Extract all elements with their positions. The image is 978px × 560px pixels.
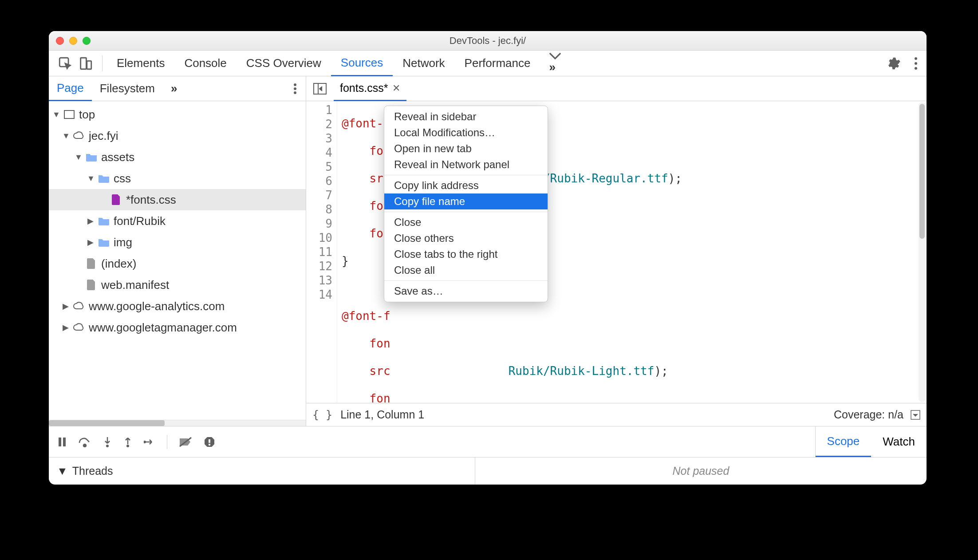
toggle-navigator-icon[interactable]: [306, 83, 334, 95]
editor-tab-fontscss[interactable]: fonts.css* ✕: [334, 77, 406, 101]
svg-point-3: [915, 57, 917, 60]
document-file-icon: [85, 280, 98, 290]
line-gutter: 1234567891011121314: [306, 101, 337, 403]
pretty-print-icon[interactable]: { }: [312, 408, 332, 421]
folder-icon: [98, 173, 110, 184]
titlebar: DevTools - jec.fyi/: [49, 31, 927, 51]
disclosure-down-icon: ▼: [57, 465, 68, 477]
file-tree: ▼ top ▼ jec.fyi ▼ assets ▼ css: [49, 101, 306, 420]
deactivate-breakpoints-icon[interactable]: [179, 437, 192, 447]
navigator-sidebar: Page Filesystem » ▼ top ▼ jec.fyi: [49, 76, 306, 426]
threads-section[interactable]: ▼ Threads: [49, 457, 475, 485]
ctx-separator: [384, 175, 548, 175]
tree-label: top: [79, 108, 95, 122]
ctx-close-all[interactable]: Close all: [384, 262, 548, 278]
ctx-open-new-tab[interactable]: Open in new tab: [384, 141, 548, 157]
ctx-copy-file-name[interactable]: Copy file name: [384, 193, 548, 209]
tree-domain-gtm[interactable]: ▶ www.googletagmanager.com: [49, 317, 306, 338]
svg-rect-1: [81, 58, 87, 69]
ctx-local-modifications[interactable]: Local Modifications…: [384, 125, 548, 141]
editor-vertical-scrollbar[interactable]: [919, 102, 926, 402]
svg-rect-14: [63, 438, 66, 446]
svg-rect-22: [209, 444, 210, 446]
tab-network[interactable]: Network: [393, 51, 454, 76]
pause-on-exceptions-icon[interactable]: [204, 436, 215, 448]
step-over-icon[interactable]: [78, 437, 91, 447]
navigator-tabs: Page Filesystem »: [49, 76, 306, 101]
settings-gear-icon[interactable]: [887, 56, 901, 71]
navigator-tab-filesystem[interactable]: Filesystem: [92, 76, 163, 101]
window-title: DevTools - jec.fyi/: [49, 35, 927, 47]
cloud-icon: [73, 322, 85, 333]
more-tabs-icon[interactable]: »: [540, 52, 570, 74]
coverage-status: Coverage: n/a: [834, 408, 903, 421]
debugger-tab-watch[interactable]: Watch: [871, 426, 927, 457]
ctx-close-others[interactable]: Close others: [384, 230, 548, 246]
tab-css-overview[interactable]: CSS Overview: [237, 51, 331, 76]
pause-icon[interactable]: [58, 437, 67, 447]
close-tab-icon[interactable]: ✕: [392, 83, 400, 94]
tab-sources[interactable]: Sources: [331, 51, 393, 76]
debugger-toolbar: Scope Watch: [49, 426, 927, 457]
navigator-kebab-icon[interactable]: [284, 83, 306, 95]
ctx-reveal-sidebar[interactable]: Reveal in sidebar: [384, 109, 548, 125]
cloud-icon: [73, 130, 85, 141]
document-file-icon: [85, 258, 98, 269]
tab-performance[interactable]: Performance: [455, 51, 540, 76]
disclosure-down-icon: ▼: [52, 110, 59, 119]
content-area: Page Filesystem » ▼ top ▼ jec.fyi: [49, 76, 927, 426]
navigator-tab-page[interactable]: Page: [49, 77, 92, 101]
svg-point-17: [126, 445, 129, 447]
tree-file-webmanifest[interactable]: web.manifest: [49, 274, 306, 296]
tree-label: assets: [101, 150, 134, 164]
sidebar-horizontal-scrollbar[interactable]: [49, 420, 306, 426]
disclosure-right-icon: ▶: [87, 216, 94, 226]
svg-point-8: [294, 91, 296, 94]
ctx-copy-link[interactable]: Copy link address: [384, 177, 548, 193]
tree-file-fontscss[interactable]: *fonts.css: [49, 189, 306, 210]
tree-folder-assets[interactable]: ▼ assets: [49, 146, 306, 168]
device-toolbar-icon[interactable]: [78, 56, 93, 71]
navigator-more-tabs-icon[interactable]: »: [163, 82, 185, 95]
more-options-kebab-icon[interactable]: [914, 57, 918, 70]
code-editor[interactable]: 1234567891011121314 @font-f fon srcxxxxx…: [306, 101, 927, 403]
svg-rect-21: [209, 439, 210, 443]
tree-label: www.google-analytics.com: [89, 300, 225, 313]
tree-domain-ga[interactable]: ▶ www.google-analytics.com: [49, 296, 306, 317]
editor-tabs: fonts.css* ✕: [306, 76, 927, 101]
tree-file-index[interactable]: (index): [49, 253, 306, 274]
tree-folder-font-rubik[interactable]: ▶ font/Rubik: [49, 210, 306, 232]
disclosure-right-icon: ▶: [87, 237, 94, 247]
coverage-dropdown-icon[interactable]: [911, 410, 920, 420]
ctx-reveal-network[interactable]: Reveal in Network panel: [384, 157, 548, 173]
devtools-window: DevTools - jec.fyi/ Elements Console CSS…: [49, 31, 927, 485]
svg-rect-2: [87, 61, 91, 69]
step-out-icon[interactable]: [123, 436, 132, 448]
tree-label: css: [114, 172, 131, 185]
debugger-tab-scope[interactable]: Scope: [816, 426, 872, 457]
inspect-element-icon[interactable]: [58, 56, 73, 71]
step-into-icon[interactable]: [103, 436, 112, 448]
tree-domain-jecfyi[interactable]: ▼ jec.fyi: [49, 125, 306, 146]
threads-label: Threads: [72, 465, 113, 477]
tree-label: www.googletagmanager.com: [89, 321, 237, 335]
ctx-save-as[interactable]: Save as…: [384, 283, 548, 299]
ctx-close[interactable]: Close: [384, 214, 548, 230]
tab-elements[interactable]: Elements: [107, 51, 174, 76]
tab-console[interactable]: Console: [174, 51, 236, 76]
top-tabbar: Elements Console CSS Overview Sources Ne…: [49, 51, 927, 76]
svg-point-5: [915, 67, 917, 70]
svg-point-16: [106, 445, 109, 447]
stylesheet-file-icon: [110, 194, 122, 205]
tree-folder-img[interactable]: ▶ img: [49, 232, 306, 253]
step-icon[interactable]: [144, 438, 155, 446]
tree-top-frame[interactable]: ▼ top: [49, 104, 306, 125]
tree-label: img: [114, 236, 132, 249]
ctx-separator: [384, 280, 548, 281]
tree-folder-css[interactable]: ▼ css: [49, 168, 306, 189]
svg-point-6: [294, 83, 296, 86]
svg-point-4: [915, 62, 917, 65]
disclosure-down-icon: ▼: [75, 153, 82, 162]
svg-rect-13: [59, 438, 61, 446]
ctx-close-right[interactable]: Close tabs to the right: [384, 246, 548, 262]
